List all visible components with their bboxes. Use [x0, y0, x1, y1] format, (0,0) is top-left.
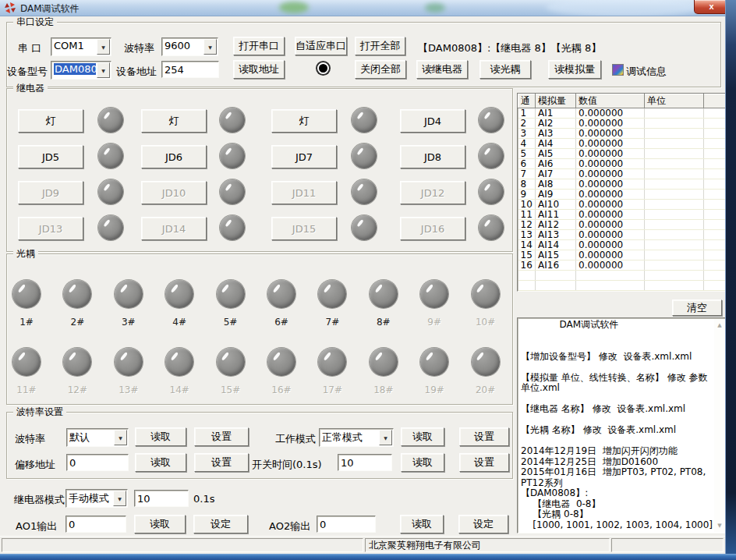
relay-button-7[interactable]: JD7: [271, 145, 337, 168]
relay-button-8[interactable]: JD8: [400, 145, 465, 168]
baud-label: 波特率: [124, 41, 154, 55]
table-cell: [704, 240, 726, 250]
dropdown-arrow-icon[interactable]: ▼: [97, 39, 110, 55]
info-scrollbar[interactable]: ▲ ▼: [714, 319, 725, 532]
relay-button-14[interactable]: JD14: [141, 217, 207, 240]
col-header-filler: [704, 94, 726, 108]
table-cell: 0.000000: [576, 159, 645, 169]
relay-mode-combobox[interactable]: 手动模式 ▼: [65, 489, 128, 508]
table-row: 2AI20.000000: [518, 119, 726, 129]
close-all-button[interactable]: 关闭全部: [355, 60, 406, 79]
status-led-indicator: [317, 62, 329, 74]
table-cell: 0.000000: [576, 250, 645, 261]
scroll-up-icon[interactable]: ▲: [714, 322, 725, 328]
relay-button-12[interactable]: JD12: [400, 181, 465, 204]
switch-time-input[interactable]: [338, 454, 392, 471]
relay-button-3[interactable]: 灯: [271, 109, 337, 133]
table-cell: 0.000000: [576, 169, 645, 179]
dropdown-arrow-icon[interactable]: ▼: [379, 430, 392, 445]
table-cell: 15: [518, 250, 536, 261]
opto-label-19: 19#: [419, 385, 450, 395]
analog-table-body: 1AI10.0000002AI20.0000003AI30.0000004AI4…: [518, 108, 726, 291]
baud-set-combobox[interactable]: 默认 ▼: [66, 428, 129, 447]
opto-led-indicator-8: [370, 280, 398, 308]
title-bar[interactable]: DAM调试软件: [0, 0, 725, 16]
relay-led-indicator-10: [220, 179, 245, 204]
ao1-input[interactable]: [65, 516, 126, 533]
relay-led-indicator-12: [479, 179, 504, 204]
address-input[interactable]: [161, 61, 219, 78]
read-analog-button[interactable]: 读模拟量: [548, 60, 601, 79]
read-relay-button[interactable]: 读继电器: [416, 60, 468, 79]
offset-input[interactable]: [66, 454, 129, 471]
table-cell: [645, 220, 704, 230]
ao1-read-button[interactable]: 读取: [134, 515, 186, 533]
status-cell-right: [611, 538, 724, 552]
relay-button-13[interactable]: JD13: [18, 217, 83, 240]
scroll-down-icon[interactable]: ▼: [714, 523, 725, 529]
open-port-button[interactable]: 打开串口: [233, 37, 285, 55]
model-label: 设备型号: [7, 65, 48, 79]
relay-button-2[interactable]: 灯: [141, 109, 207, 133]
read-opto-button[interactable]: 读光耦: [479, 60, 531, 79]
dropdown-arrow-icon[interactable]: ▼: [203, 39, 217, 55]
relay-button-10[interactable]: JD10: [141, 181, 207, 204]
relay-button-5[interactable]: JD5: [18, 145, 83, 168]
address-label: 设备地址: [116, 65, 157, 79]
debug-info-icon[interactable]: [612, 64, 624, 76]
table-cell: AI11: [536, 210, 576, 220]
relay-button-11[interactable]: JD11: [271, 181, 337, 204]
relay-button-6[interactable]: JD6: [141, 145, 207, 168]
table-cell: 1: [518, 108, 536, 119]
opto-label-15: 15#: [215, 385, 246, 395]
baud-read-button[interactable]: 读取: [135, 427, 186, 446]
relay-button-15[interactable]: JD15: [271, 217, 337, 240]
app-icon: [4, 2, 16, 14]
dropdown-arrow-icon[interactable]: ▼: [114, 430, 127, 445]
opto-led-indicator-4: [165, 280, 193, 308]
table-cell: 8: [518, 179, 536, 190]
switch-time-read-button[interactable]: 读取: [401, 453, 444, 472]
offset-set-button[interactable]: 设置: [194, 453, 249, 472]
ao1-set-button[interactable]: 设定: [193, 515, 248, 533]
dropdown-arrow-icon[interactable]: ▼: [97, 62, 110, 78]
relay-button-16[interactable]: JD16: [400, 217, 465, 240]
relay-button-9[interactable]: JD9: [18, 181, 83, 204]
table-cell: [645, 271, 704, 281]
port-label: 串 口: [18, 41, 41, 55]
open-all-button[interactable]: 打开全部: [355, 37, 405, 55]
table-cell: 4: [518, 139, 536, 149]
table-cell: 10: [518, 200, 536, 210]
table-cell: [704, 108, 726, 119]
model-combobox[interactable]: DAM0808 ▼: [51, 61, 111, 80]
port-combobox[interactable]: COM1 ▼: [51, 37, 111, 56]
work-mode-combobox[interactable]: 正常模式 ▼: [319, 428, 394, 447]
table-cell: [704, 220, 726, 230]
col-header-value: 数值: [576, 94, 645, 108]
baud-combobox[interactable]: 9600 ▼: [161, 37, 218, 56]
ao2-set-button[interactable]: 设定: [458, 515, 508, 533]
baud-set-button[interactable]: 设置: [194, 427, 249, 446]
baud-settings-group: 波特率设置 波特率 默认 ▼ 读取 设置 工作模式 正常模式 ▼ 读取 设置 偏…: [6, 412, 513, 479]
titlebar-glass-reflection: [425, 3, 445, 12]
work-mode-read-button[interactable]: 读取: [401, 427, 444, 446]
work-mode-label: 工作模式: [275, 432, 316, 446]
table-cell: [704, 179, 726, 190]
relay-time-input[interactable]: [134, 490, 189, 507]
table-cell: 3: [518, 129, 536, 139]
relay-button-1[interactable]: 灯: [18, 109, 83, 133]
auto-port-button[interactable]: 自适应串口: [295, 37, 347, 55]
ao2-read-button[interactable]: 读取: [400, 515, 444, 533]
switch-time-set-button[interactable]: 设置: [459, 453, 509, 472]
offset-read-button[interactable]: 读取: [135, 453, 186, 472]
work-mode-set-button[interactable]: 设置: [459, 427, 509, 446]
table-cell: [645, 210, 704, 220]
relay-button-4[interactable]: JD4: [400, 109, 465, 133]
table-cell: 12: [518, 220, 536, 230]
ao2-input[interactable]: [317, 516, 376, 533]
clear-button[interactable]: 清空: [672, 299, 722, 316]
table-cell: AI9: [536, 190, 576, 200]
close-button[interactable]: x: [694, 0, 729, 14]
read-address-button[interactable]: 读取地址: [233, 60, 285, 79]
dropdown-arrow-icon[interactable]: ▼: [113, 491, 126, 506]
